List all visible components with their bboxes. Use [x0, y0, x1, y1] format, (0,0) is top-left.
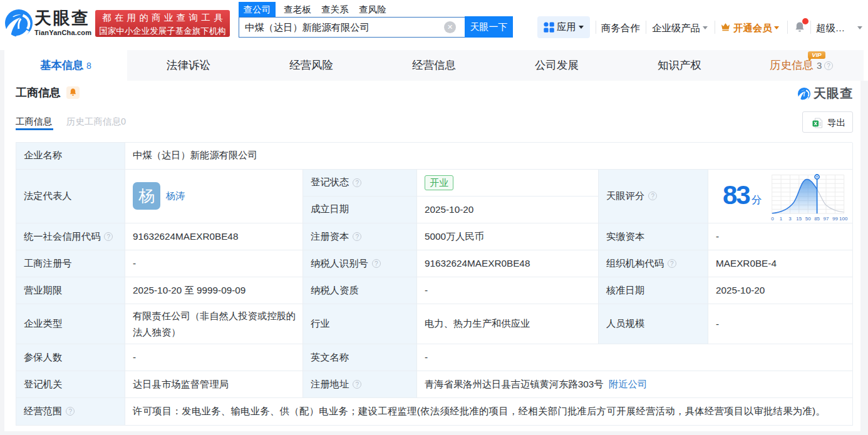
- svg-text:50: 50: [805, 216, 811, 222]
- svg-text:0: 0: [771, 216, 774, 222]
- svg-text:85: 85: [814, 216, 820, 222]
- svg-text:15: 15: [796, 216, 802, 222]
- svg-text:97: 97: [824, 216, 829, 222]
- svg-text:1: 1: [780, 216, 783, 222]
- svg-text:3: 3: [788, 216, 792, 222]
- svg-text:100: 100: [839, 216, 848, 222]
- svg-text:99: 99: [832, 216, 838, 222]
